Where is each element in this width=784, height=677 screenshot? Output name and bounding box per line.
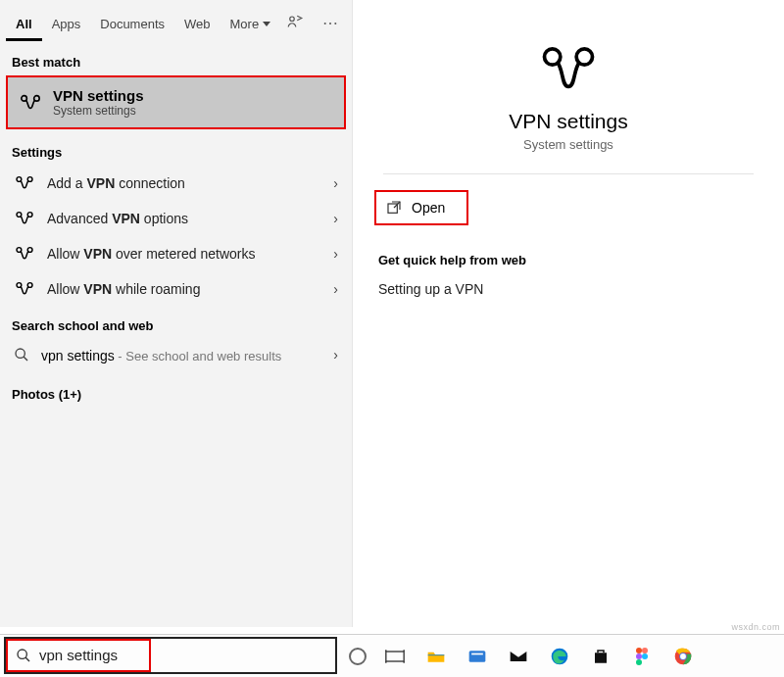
web-suggestion-text: vpn settings - See school and web result… (41, 347, 281, 365)
figma-icon[interactable] (631, 646, 653, 667)
task-view-icon[interactable] (384, 646, 406, 667)
taskbar-search[interactable]: vpn settings (4, 637, 337, 674)
more-options-icon[interactable]: ⋯ (316, 8, 345, 37)
vpn-icon (14, 281, 35, 297)
best-match-title: VPN settings (53, 87, 144, 104)
watermark: wsxdn.com (731, 622, 780, 632)
svg-point-27 (680, 653, 686, 659)
search-icon (16, 648, 31, 663)
settings-item-advanced-vpn[interactable]: Advanced VPN options › (0, 201, 352, 236)
preview-pane: VPN settings System settings Open Get qu… (353, 0, 784, 627)
store-icon[interactable] (590, 646, 612, 667)
svg-point-22 (636, 653, 642, 659)
file-explorer-icon[interactable] (425, 646, 447, 667)
settings-header: Settings (0, 135, 352, 166)
quick-help-header: Get quick help from web (378, 253, 526, 267)
chevron-down-icon (263, 22, 270, 26)
search-web-header: Search school and web (0, 307, 352, 339)
svg-point-0 (290, 17, 295, 22)
vpn-icon (14, 211, 35, 226)
web-suggestion[interactable]: vpn settings - See school and web result… (0, 339, 352, 373)
svg-point-11 (16, 349, 24, 358)
svg-rect-16 (386, 652, 404, 661)
tab-web[interactable]: Web (174, 5, 220, 41)
chevron-right-icon: › (333, 175, 338, 191)
search-filter-tabs: All Apps Documents Web More ⋯ (0, 0, 352, 45)
best-match-header: Best match (0, 45, 352, 75)
cortana-icon[interactable] (349, 648, 367, 665)
quick-help-link[interactable]: Setting up a VPN (378, 281, 483, 297)
chevron-right-icon: › (333, 246, 338, 262)
svg-point-15 (18, 650, 26, 658)
vpn-icon (20, 93, 41, 113)
taskbar: vpn settings (0, 634, 784, 677)
chevron-right-icon: › (333, 211, 338, 226)
mail-icon[interactable] (508, 646, 529, 667)
divider (383, 173, 754, 174)
chevron-right-icon: › (333, 347, 338, 363)
settings-item-add-vpn[interactable]: Add a VPN connection › (0, 166, 352, 201)
tab-all[interactable]: All (6, 5, 42, 41)
vpn-large-icon (541, 45, 596, 96)
search-query-text: vpn settings (39, 647, 118, 663)
list-item-label: Allow VPN over metered networks (47, 246, 255, 262)
best-match-subtitle: System settings (53, 104, 144, 118)
open-icon (386, 200, 402, 216)
list-item-label: Add a VPN connection (47, 175, 185, 191)
open-button[interactable]: Open (374, 190, 468, 225)
open-label: Open (412, 200, 445, 216)
svg-rect-17 (469, 651, 486, 662)
chevron-right-icon: › (333, 281, 338, 297)
feedback-icon[interactable] (280, 8, 310, 37)
settings-item-vpn-metered[interactable]: Allow VPN over metered networks › (0, 236, 352, 271)
tab-documents[interactable]: Documents (90, 5, 174, 41)
tab-apps[interactable]: Apps (42, 5, 91, 41)
vpn-icon (14, 175, 35, 191)
settings-item-vpn-roaming[interactable]: Allow VPN while roaming › (0, 271, 352, 307)
search-icon (14, 347, 29, 363)
tab-more[interactable]: More (220, 5, 281, 41)
svg-point-21 (642, 648, 648, 653)
preview-subtitle: System settings (523, 137, 613, 152)
svg-rect-18 (471, 653, 483, 654)
list-item-label: Allow VPN while roaming (47, 281, 200, 297)
photos-header[interactable]: Photos (1+) (0, 373, 352, 415)
chrome-icon[interactable] (672, 646, 694, 667)
svg-point-24 (636, 659, 642, 665)
edge-icon[interactable] (549, 646, 570, 667)
preview-title: VPN settings (509, 110, 627, 133)
list-item-label: Advanced VPN options (47, 211, 188, 226)
svg-point-20 (636, 648, 642, 653)
svg-point-23 (642, 653, 648, 659)
app-icon[interactable] (466, 646, 488, 667)
vpn-icon (14, 246, 35, 262)
best-match-result[interactable]: VPN settings System settings (6, 75, 346, 129)
